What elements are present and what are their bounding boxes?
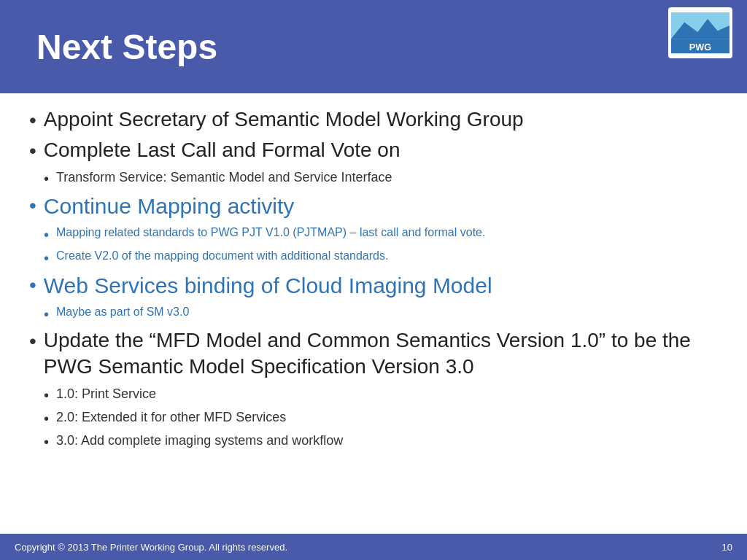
list-item: • 3.0: Add complete imaging systems and … — [29, 432, 718, 451]
item-text: Web Services binding of Cloud Imaging Mo… — [44, 271, 492, 300]
list-item: • Create V2.0 of the mapping document wi… — [29, 248, 718, 267]
list-item: • Web Services binding of Cloud Imaging … — [29, 271, 718, 300]
item-text: 1.0: Print Service — [56, 385, 156, 403]
item-text: Complete Last Call and Formal Vote on — [44, 137, 400, 163]
list-item: • Maybe as part of SM v3.0 — [29, 304, 718, 323]
slide-footer: Copyright © 2013 The Printer Working Gro… — [0, 534, 747, 560]
list-item: • Complete Last Call and Formal Vote on — [29, 137, 718, 163]
bullet-point: • — [29, 193, 36, 218]
slide-content: • Appoint Secretary of Semantic Model Wo… — [0, 93, 747, 458]
list-item: • Update the “MFD Model and Common Seman… — [29, 327, 718, 381]
list-item: • Mapping related standards to PWG PJT V… — [29, 225, 718, 244]
item-text: Continue Mapping activity — [44, 192, 295, 220]
list-item: • 2.0: Extended it for other MFD Service… — [29, 408, 718, 427]
item-text: 3.0: Add complete imaging systems and wo… — [56, 432, 343, 450]
bullet-point: • — [29, 329, 36, 354]
item-text: 2.0: Extended it for other MFD Services — [56, 408, 286, 427]
list-item: • Appoint Secretary of Semantic Model Wo… — [29, 106, 718, 133]
item-text: Appoint Secretary of Semantic Model Work… — [44, 106, 524, 133]
bullet-point: • — [44, 306, 49, 323]
bullet-point: • — [29, 108, 36, 133]
bullet-point: • — [44, 226, 49, 244]
slide-header: Next Steps PWG — [0, 0, 747, 93]
bullet-point: • — [29, 273, 36, 298]
slide-title: Next Steps — [36, 27, 217, 67]
item-text: Mapping related standards to PWG PJT V1.… — [56, 225, 485, 241]
svg-text:PWG: PWG — [689, 42, 711, 52]
item-text: Transform Service: Semantic Model and Se… — [56, 168, 392, 187]
footer-copyright: Copyright © 2013 The Printer Working Gro… — [15, 542, 287, 553]
pwg-logo: PWG — [668, 7, 732, 58]
list-item: • Transform Service: Semantic Model and … — [29, 168, 718, 187]
bullet-point: • — [44, 249, 49, 267]
bullet-point: • — [44, 410, 49, 427]
bullet-point: • — [44, 386, 49, 404]
bullet-point: • — [44, 170, 49, 187]
bullet-point: • — [29, 139, 36, 163]
item-text: Create V2.0 of the mapping document with… — [56, 248, 388, 264]
item-text: Maybe as part of SM v3.0 — [56, 304, 189, 320]
footer-page-number: 10 — [722, 542, 732, 553]
list-item: • 1.0: Print Service — [29, 385, 718, 404]
item-text: Update the “MFD Model and Common Semanti… — [44, 327, 718, 381]
list-item: • Continue Mapping activity — [29, 192, 718, 220]
bullet-point: • — [44, 433, 49, 451]
